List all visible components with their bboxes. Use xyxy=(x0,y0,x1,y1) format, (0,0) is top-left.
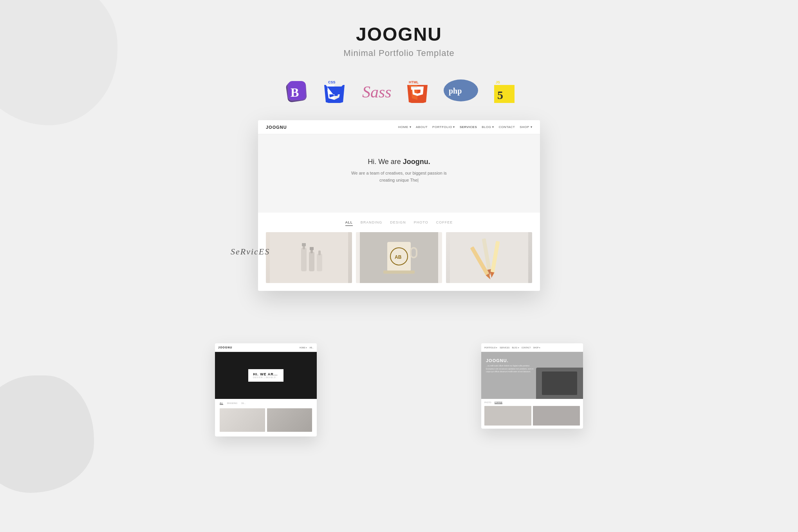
nav-portfolio[interactable]: PORTFOLIO ▾ xyxy=(432,125,455,129)
title-section: JOOGNU Minimal Portfolio Template xyxy=(343,23,455,58)
side-right-hero: JOOGNU. ...ny velit aute cillum dolore e… xyxy=(481,352,583,399)
side-right-portfolio: PHOTO COFFEE xyxy=(481,399,583,429)
svg-text:AB: AB xyxy=(395,254,402,260)
side-left-portfolio-tabs: ALL BRANDING DE... xyxy=(215,399,317,407)
html5-logo: HTML xyxy=(407,78,428,105)
tab-design[interactable]: DESIGN xyxy=(390,220,406,226)
nav-blog[interactable]: BLOG ▾ xyxy=(482,125,494,129)
side-left-menu-home[interactable]: HOME ▾ xyxy=(300,346,307,349)
browser-hero: Hi. We are Joognu. We are a team of crea… xyxy=(258,134,540,213)
side-right-item-2 xyxy=(533,406,580,426)
svg-text:B: B xyxy=(291,85,299,99)
svg-text:CSS: CSS xyxy=(328,80,336,84)
side-left-tab-branding[interactable]: BRANDING xyxy=(227,402,237,405)
svg-text:Sass: Sass xyxy=(362,83,392,101)
side-left-portfolio-item-2 xyxy=(267,408,312,432)
hero-greeting-bold: Joognu. xyxy=(403,158,430,166)
side-right-tabs: PHOTO COFFEE xyxy=(484,401,580,404)
tab-branding[interactable]: BRANDING xyxy=(361,220,383,226)
php-logo: php xyxy=(443,78,478,105)
side-right-menu-blog[interactable]: BLOG ▾ xyxy=(512,346,519,349)
browser-side-left: JOOGNU HOME ▾ AB... HI. WE AR... DESIGN … xyxy=(215,343,317,436)
svg-text:php: php xyxy=(449,87,462,96)
side-left-logo: JOOGNU xyxy=(218,346,232,349)
side-right-menu-services[interactable]: SERVICES xyxy=(500,346,509,349)
svg-rect-26 xyxy=(310,247,314,250)
side-right-title: JOOGNU. xyxy=(486,358,537,363)
hero-subtitle-line2: creating unique The| xyxy=(379,178,419,182)
hero-greeting-prefix: Hi. We are xyxy=(368,158,403,166)
svg-rect-23 xyxy=(302,243,306,246)
svg-rect-28 xyxy=(318,251,321,255)
services-overlay-text: SeRvicES xyxy=(231,247,270,257)
nav-contact[interactable]: CONTACT xyxy=(499,125,515,129)
side-right-tab-coffee[interactable]: COFFEE xyxy=(495,401,502,404)
side-right-menu-contact[interactable]: CONTACT xyxy=(522,346,531,349)
side-left-hero: HI. WE AR... DESIGN | DEVELO... xyxy=(215,352,317,399)
side-right-desc: ...ny velit aute cillum dolore eu fugiat… xyxy=(486,364,537,373)
side-right-grid xyxy=(484,406,580,426)
hero-subtitle-line1: We are a team of creatives, our biggest … xyxy=(351,171,447,175)
side-right-menu-portfolio[interactable]: PORTFOLIO ▾ xyxy=(484,346,497,349)
side-right-text: JOOGNU. ...ny velit aute cillum dolore e… xyxy=(486,358,537,373)
svg-text:HTML: HTML xyxy=(409,80,419,84)
svg-text:5: 5 xyxy=(497,88,503,101)
sass-logo: Sass xyxy=(360,78,392,105)
side-left-tab-all[interactable]: ALL xyxy=(220,402,223,405)
side-left-white-box: HI. WE AR... DESIGN | DEVELO... xyxy=(248,369,283,382)
side-left-menu-about[interactable]: AB... xyxy=(309,346,314,349)
side-right-device xyxy=(536,368,583,399)
side-right-menu: PORTFOLIO ▾ SERVICES BLOG ▾ CONTACT SHOP… xyxy=(484,346,540,349)
svg-rect-34 xyxy=(383,271,415,274)
css3-logo: CSS xyxy=(324,78,345,105)
nav-shop[interactable]: SHOP ▾ xyxy=(520,125,532,129)
browser-side-right: PORTFOLIO ▾ SERVICES BLOG ▾ CONTACT SHOP… xyxy=(481,343,583,429)
side-left-portfolio-grid xyxy=(215,407,317,436)
device-screen xyxy=(542,371,577,395)
browser-nav-menu: HOME ▾ ABOUT PORTFOLIO ▾ SERVICES BLOG ▾… xyxy=(398,125,532,129)
nav-services[interactable]: SERVICES xyxy=(460,125,477,129)
hero-subtitle: We are a team of creatives, our biggest … xyxy=(266,170,532,184)
side-left-menu: HOME ▾ AB... xyxy=(300,346,314,349)
side-design: DESIGN | DEVELO... xyxy=(253,376,279,379)
svg-rect-21 xyxy=(301,248,307,271)
browser-nav: JOOGNU HOME ▾ ABOUT PORTFOLIO ▾ SERVICES… xyxy=(258,120,540,134)
js5-logo: JS 5 xyxy=(494,78,515,105)
svg-text:JS: JS xyxy=(496,80,500,84)
side-right-tab-photo[interactable]: PHOTO xyxy=(484,401,491,404)
bootstrap-logo: B xyxy=(283,78,309,105)
main-title: JOOGNU xyxy=(343,23,455,45)
portfolio-item-bottles xyxy=(266,232,352,283)
mockups-row: JOOGNU HOME ▾ AB... HI. WE AR... DESIGN … xyxy=(184,120,614,291)
background-blob-bottom-left xyxy=(0,375,94,493)
browser-logo: JOOGNU xyxy=(266,125,287,130)
sub-title: Minimal Portfolio Template xyxy=(343,48,455,58)
side-left-nav: JOOGNU HOME ▾ AB... xyxy=(215,343,317,352)
browser-main: JOOGNU HOME ▾ ABOUT PORTFOLIO ▾ SERVICES… xyxy=(258,120,540,291)
logos-row: B CSS Sass HTML xyxy=(283,78,515,105)
portfolio-tabs: ALL BRANDING DESIGN PHOTO COFFEE xyxy=(266,220,532,226)
portfolio-item-pencils xyxy=(446,232,532,283)
svg-rect-27 xyxy=(317,254,322,271)
portfolio-item-coffee: AB xyxy=(356,232,442,283)
nav-about[interactable]: ABOUT xyxy=(416,125,428,129)
side-right-item-1 xyxy=(484,406,531,426)
side-right-nav: PORTFOLIO ▾ SERVICES BLOG ▾ CONTACT SHOP… xyxy=(481,343,583,352)
tab-all[interactable]: ALL xyxy=(345,220,353,226)
side-left-portfolio-item-1 xyxy=(220,408,265,432)
browser-portfolio: ALL BRANDING DESIGN PHOTO COFFEE xyxy=(258,213,540,291)
hero-greeting: Hi. We are Joognu. xyxy=(266,158,532,166)
svg-marker-5 xyxy=(324,85,345,103)
side-left-tab-design[interactable]: DE... xyxy=(241,402,246,405)
side-hi-we-are: HI. WE AR... xyxy=(253,372,279,376)
side-right-menu-shop[interactable]: SHOP ▾ xyxy=(533,346,540,349)
nav-home[interactable]: HOME ▾ xyxy=(398,125,411,129)
svg-rect-24 xyxy=(309,252,314,271)
tab-photo[interactable]: PHOTO xyxy=(414,220,428,226)
tab-coffee[interactable]: COFFEE xyxy=(436,220,453,226)
portfolio-grid: AB xyxy=(266,232,532,283)
